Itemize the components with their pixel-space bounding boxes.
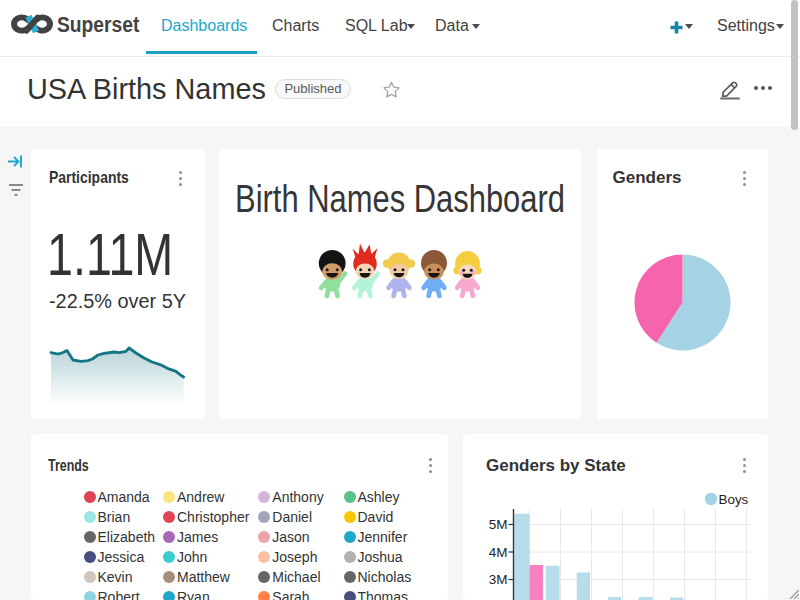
svg-text:Boys: Boys: [719, 492, 749, 507]
svg-text:3M: 3M: [489, 572, 508, 587]
svg-text:4M: 4M: [489, 545, 508, 560]
svg-text:5M: 5M: [489, 517, 508, 532]
